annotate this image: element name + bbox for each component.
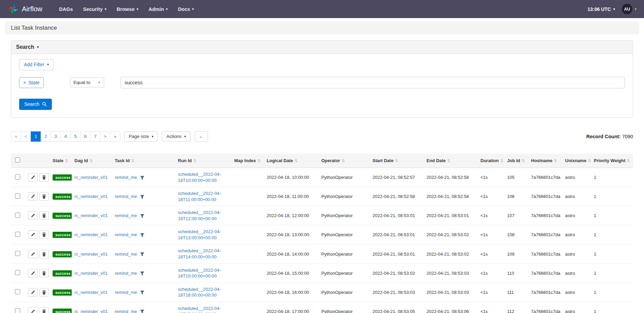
column-header-duration[interactable]: Duration⇅ [478,154,504,168]
dag-id-link[interactable]: rc_reminder_v01 [74,232,108,237]
column-header-job-id[interactable]: Job Id⇅ [504,154,528,168]
delete-button[interactable] [39,192,49,201]
filter-icon[interactable] [140,233,144,237]
filter-icon[interactable] [140,271,144,275]
add-filter-button[interactable]: Add Filter ▾ [19,59,54,70]
dag-id-link[interactable]: rc_reminder_v01 [74,175,108,180]
pagination-page-1[interactable]: 1 [31,131,41,142]
dag-id-link[interactable]: rc_reminder_v01 [74,271,108,276]
delete-button[interactable] [39,288,49,297]
edit-button[interactable] [28,173,38,182]
edit-button[interactable] [28,269,38,278]
column-header-unixname[interactable]: Unixname⇅ [562,154,591,168]
pagination-page-7[interactable]: 7 [90,131,100,142]
task-id-link[interactable]: remind_me [115,175,137,180]
delete-button[interactable] [39,230,49,239]
pagination-page-4[interactable]: 4 [60,131,71,142]
row-checkbox[interactable] [15,232,20,237]
filter-operator-select[interactable]: Equal to ▼ [70,77,104,87]
pagination-page-2[interactable]: 2 [41,131,51,142]
search-button[interactable]: Search [19,99,52,110]
delete-button[interactable] [39,269,49,278]
run-id-link[interactable]: scheduled__2022-04-18T11:00:00+00:00 [178,191,221,202]
task-id-link[interactable]: remind_me [115,232,137,237]
task-id-link[interactable]: remind_me [115,213,137,218]
dag-id-link[interactable]: rc_reminder_v01 [74,290,108,295]
edit-button[interactable] [28,230,38,239]
task-id-link[interactable]: remind_me [115,252,137,257]
filter-chip-state[interactable]: × State [19,77,44,88]
edit-button[interactable] [28,192,38,201]
edit-button[interactable] [28,211,38,220]
column-header-operator[interactable]: Operator⇅ [319,154,370,168]
column-header-task-id[interactable]: Task Id⇅ [112,154,175,168]
run-id-link[interactable]: scheduled__2022-04-18T15:00:00+00:00 [178,268,221,279]
column-header-logical-date[interactable]: Logical Date⇅ [264,154,319,168]
remove-filter-icon[interactable]: × [23,80,26,85]
delete-button[interactable] [39,173,49,182]
back-button[interactable]: ← [195,131,208,142]
pagination-next[interactable]: > [100,131,110,142]
column-header-priority-weight[interactable]: Priority Weight⇅ [591,154,633,168]
dag-id-link[interactable]: rc_reminder_v01 [74,309,108,313]
page-size-button[interactable]: Page size ▾ [124,131,158,142]
row-checkbox[interactable] [15,251,20,256]
dag-id-link[interactable]: rc_reminder_v01 [74,213,108,218]
filter-icon[interactable] [140,252,144,256]
delete-button[interactable] [39,250,49,258]
delete-button[interactable] [39,307,49,313]
column-header-start-date[interactable]: Start Date⇅ [370,154,424,168]
row-checkbox[interactable] [15,308,20,313]
column-header-dag-id[interactable]: Dag Id⇅ [72,154,112,168]
cell-map-index [232,168,264,187]
filter-icon[interactable] [140,290,144,295]
run-id-link[interactable]: scheduled__2022-04-18T10:00:00+00:00 [178,172,221,183]
cell-run-id: scheduled__2022-04-18T16:00:00+00:00 [175,283,232,302]
row-checkbox[interactable] [15,194,20,199]
filter-value-input[interactable] [121,77,625,88]
edit-button[interactable] [28,288,38,297]
dag-id-link[interactable]: rc_reminder_v01 [74,194,108,199]
run-id-link[interactable]: scheduled__2022-04-18T12:00:00+00:00 [178,210,221,221]
task-id-link[interactable]: remind_me [115,309,137,313]
task-id-link[interactable]: remind_me [115,290,137,295]
task-id-link[interactable]: remind_me [115,271,137,276]
pagination-page-3[interactable]: 3 [51,131,61,142]
task-id-link[interactable]: remind_me [115,194,137,199]
column-header-end-date[interactable]: End Date⇅ [424,154,478,168]
search-panel-heading[interactable]: Search ▾ [11,41,633,54]
navbar-item-browse[interactable]: Browse▾ [112,6,143,12]
run-id-link[interactable]: scheduled__2022-04-18T16:00:00+00:00 [178,287,221,298]
filter-icon[interactable] [140,310,144,313]
navbar-item-security[interactable]: Security▾ [78,6,111,12]
run-id-link[interactable]: scheduled__2022-04-18T17:00:00+00:00 [178,306,221,313]
select-all-checkbox[interactable] [15,157,20,162]
row-checkbox[interactable] [15,270,20,275]
pagination-page-6[interactable]: 6 [80,131,90,142]
run-id-link[interactable]: scheduled__2022-04-18T13:00:00+00:00 [178,229,221,240]
pagination-page-5[interactable]: 5 [70,131,81,142]
edit-button[interactable] [28,250,38,258]
navbar-item-dags[interactable]: DAGs [54,6,78,12]
row-checkbox[interactable] [15,213,20,218]
column-header-hostname[interactable]: Hostname⇅ [528,154,562,168]
filter-icon[interactable] [140,195,144,199]
pagination-last[interactable]: » [110,131,120,142]
row-checkbox[interactable] [15,289,20,294]
run-id-link[interactable]: scheduled__2022-04-18T14:00:00+00:00 [178,248,221,259]
dag-id-link[interactable]: rc_reminder_v01 [74,252,108,257]
column-header-run-id[interactable]: Run Id⇅ [175,154,232,168]
navbar-item-docs[interactable]: Docs▾ [173,6,199,12]
clock-dropdown[interactable]: 13:06 UTC ▾ [587,6,615,12]
edit-button[interactable] [28,307,38,313]
navbar-item-admin[interactable]: Admin▾ [143,6,173,12]
delete-button[interactable] [39,211,49,220]
column-header-map-index[interactable]: Map Index⇅ [232,154,264,168]
user-menu[interactable]: AU ▾ [622,4,636,14]
row-checkbox[interactable] [15,174,20,180]
brand[interactable]: Airflow [8,3,42,15]
filter-icon[interactable] [140,214,144,218]
actions-button[interactable]: Actions ▾ [162,131,190,142]
filter-icon[interactable] [140,176,144,180]
column-header-state[interactable]: State⇅ [50,154,72,168]
